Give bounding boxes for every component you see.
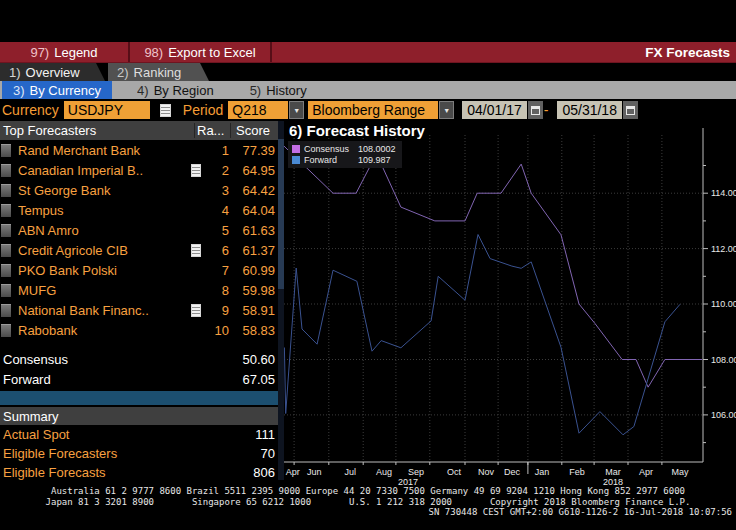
currency-input[interactable]: USDJPY xyxy=(64,101,150,119)
forecaster-rows: Rand Merchant Bank177.39Canadian Imperia… xyxy=(0,140,278,340)
consensus-row[interactable]: Consensus 50.60 xyxy=(0,349,278,369)
date-range-separator: - xyxy=(544,102,549,118)
date-from-input[interactable]: 04/01/17 xyxy=(462,101,527,119)
svg-text:Aug: Aug xyxy=(376,467,392,477)
row-drag-handle[interactable] xyxy=(1,304,11,317)
row-drag-handle[interactable] xyxy=(1,184,11,197)
note-icon[interactable] xyxy=(191,244,201,257)
row-drag-handle[interactable] xyxy=(1,324,11,337)
eligible-forecasts-label: Eligible Forecasts xyxy=(0,465,253,480)
forecaster-rank: 9 xyxy=(205,303,229,318)
currency-list-button[interactable] xyxy=(157,102,174,119)
chevron-down-icon: ▼ xyxy=(443,107,450,114)
subtab-by-currency-number: 3) xyxy=(13,83,25,98)
note-icon[interactable] xyxy=(191,304,201,317)
table-row[interactable]: MUFG859.98 xyxy=(0,280,278,300)
subtab-by-region-label: By Region xyxy=(154,83,214,98)
forecaster-score: 61.37 xyxy=(229,243,278,258)
forecaster-rank: 2 xyxy=(205,163,229,178)
chart-legend: Consensus 108.0002 Forward 109.987 xyxy=(288,141,402,168)
range-select[interactable]: Bloomberg Range xyxy=(308,101,438,119)
date-to-calendar-button[interactable] xyxy=(623,101,638,119)
row-drag-handle[interactable] xyxy=(1,224,11,237)
export-to-excel-button[interactable]: 98) Export to Excel xyxy=(130,42,272,62)
forecaster-score: 64.42 xyxy=(229,183,278,198)
note-icon[interactable] xyxy=(191,164,201,177)
table-row[interactable]: ABN Amro561.63 xyxy=(0,220,278,240)
subtab-bar: 3) By Currency 4) By Region 5) History xyxy=(0,81,736,99)
legend-row-forward: Forward 109.987 xyxy=(292,154,396,165)
forecaster-name: MUFG xyxy=(11,283,205,298)
app-title: FX Forecasts xyxy=(645,45,736,60)
tab-overview[interactable]: 1) Overview xyxy=(0,63,105,81)
footer-line-1: Australia 61 2 9777 8600 Brazil 5511 239… xyxy=(0,486,736,497)
forecaster-name: Rand Merchant Bank xyxy=(11,143,205,158)
row-drag-handle[interactable] xyxy=(1,164,11,177)
forward-swatch-icon xyxy=(292,156,300,164)
forward-row[interactable]: Forward 67.05 xyxy=(0,369,278,389)
calendar-icon xyxy=(626,106,635,115)
consensus-swatch-icon xyxy=(292,145,300,153)
menu-bar: 97) Legend 98) Export to Excel FX Foreca… xyxy=(0,42,736,62)
legend-button-number: 97) xyxy=(30,45,49,60)
currency-label: Currency xyxy=(2,102,59,118)
table-row[interactable]: PKO Bank Polski760.99 xyxy=(0,260,278,280)
subtab-history[interactable]: 5) History xyxy=(239,81,318,99)
subtab-history-label: History xyxy=(266,83,306,98)
consensus-label: Consensus xyxy=(0,352,242,367)
row-drag-handle[interactable] xyxy=(1,204,11,217)
range-dropdown-button[interactable]: ▼ xyxy=(439,101,454,119)
svg-text:Jul: Jul xyxy=(344,467,356,477)
column-header-score[interactable]: Score xyxy=(230,123,278,138)
forecaster-name: PKO Bank Polski xyxy=(11,263,205,278)
actual-spot-value: 111 xyxy=(255,427,278,442)
table-row[interactable]: Rand Merchant Bank177.39 xyxy=(0,140,278,160)
forecaster-name: St George Bank xyxy=(11,183,205,198)
svg-text:Oct: Oct xyxy=(447,467,462,477)
tab-overview-number: 1) xyxy=(9,65,21,80)
row-drag-handle[interactable] xyxy=(1,284,11,297)
subtab-by-region[interactable]: 4) By Region xyxy=(126,81,225,99)
legend-button[interactable]: 97) Legend xyxy=(0,42,130,62)
table-row[interactable]: Tempus464.04 xyxy=(0,200,278,220)
list-icon xyxy=(160,104,171,117)
eligible-forecasts-row[interactable]: Eligible Forecasts 806 xyxy=(0,463,278,482)
table-row[interactable]: National Bank Financ..958.91 xyxy=(0,300,278,320)
footer-line-2: Japan 81 3 3201 8900 Singapore 65 6212 1… xyxy=(0,497,736,508)
forecast-history-chart[interactable]: 6) Forecast History Consensus 108.0002 F… xyxy=(284,121,736,486)
date-from-calendar-button[interactable] xyxy=(528,101,543,119)
forecaster-rank: 3 xyxy=(205,183,229,198)
period-dropdown-button[interactable]: ▼ xyxy=(289,101,304,119)
actual-spot-row[interactable]: Actual Spot 111 xyxy=(0,425,278,444)
eligible-forecasters-row[interactable]: Eligible Forecasters 70 xyxy=(0,444,278,463)
selected-empty-row[interactable] xyxy=(0,391,278,405)
svg-text:Jun: Jun xyxy=(307,467,322,477)
forecaster-score: 60.99 xyxy=(229,263,278,278)
forecaster-score: 58.91 xyxy=(229,303,278,318)
eligible-forecasts-value: 806 xyxy=(253,465,278,480)
forecast-chart-svg[interactable]: 106.00108.00110.00112.00114.00AprJunJulA… xyxy=(284,121,736,486)
forecaster-name: Tempus xyxy=(11,203,205,218)
forecaster-rank: 1 xyxy=(205,143,229,158)
forecaster-name: Canadian Imperial B.. xyxy=(11,163,205,178)
table-row[interactable]: Credit Agricole CIB661.37 xyxy=(0,240,278,260)
column-header-rank[interactable]: Ra... xyxy=(194,123,230,138)
forecaster-score: 64.04 xyxy=(229,203,278,218)
period-input[interactable]: Q218 xyxy=(228,101,288,119)
table-row[interactable]: Canadian Imperial B..264.95 xyxy=(0,160,278,180)
forecaster-rank: 6 xyxy=(205,243,229,258)
forecaster-score: 59.98 xyxy=(229,283,278,298)
subtab-by-currency[interactable]: 3) By Currency xyxy=(2,81,112,99)
table-row[interactable]: St George Bank364.42 xyxy=(0,180,278,200)
date-to-input[interactable]: 05/31/18 xyxy=(557,101,622,119)
row-drag-handle[interactable] xyxy=(1,144,11,157)
row-drag-handle[interactable] xyxy=(1,244,11,257)
row-drag-handle[interactable] xyxy=(1,264,11,277)
svg-text:2017: 2017 xyxy=(398,477,418,486)
column-header-name[interactable]: Top Forecasters xyxy=(0,123,194,138)
legend-consensus-value: 108.0002 xyxy=(358,144,396,154)
tab-ranking[interactable]: 2) Ranking xyxy=(108,63,209,81)
svg-text:Mar: Mar xyxy=(605,467,621,477)
table-row[interactable]: Rabobank1058.83 xyxy=(0,320,278,340)
svg-text:Nov: Nov xyxy=(478,467,495,477)
